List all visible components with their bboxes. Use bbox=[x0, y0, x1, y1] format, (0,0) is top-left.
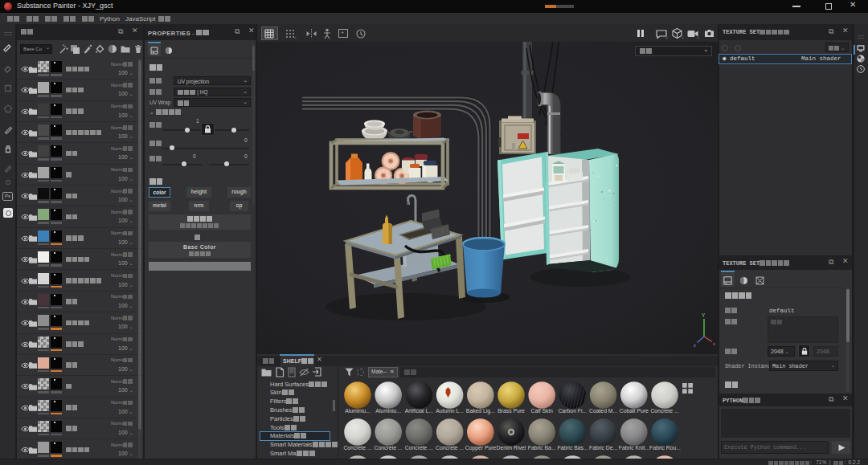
svg-text:Y: Y bbox=[702, 312, 706, 318]
svg-text:x: x bbox=[713, 341, 715, 346]
svg-text:z: z bbox=[694, 343, 696, 348]
